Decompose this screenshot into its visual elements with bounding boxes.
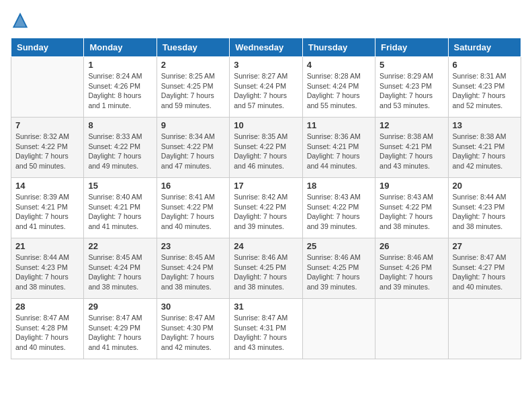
day-detail: Sunrise: 8:36 AM Sunset: 4:21 PM Dayligh…	[307, 132, 371, 171]
calendar-cell: 2Sunrise: 8:25 AM Sunset: 4:25 PM Daylig…	[157, 57, 229, 118]
day-number: 7	[15, 120, 79, 130]
day-detail: Sunrise: 8:35 AM Sunset: 4:22 PM Dayligh…	[234, 132, 298, 171]
calendar-table: SundayMondayTuesdayWednesdayThursdayFrid…	[11, 38, 521, 359]
day-number: 11	[307, 120, 371, 130]
day-number: 9	[161, 120, 225, 130]
day-detail: Sunrise: 8:47 AM Sunset: 4:31 PM Dayligh…	[234, 313, 298, 353]
day-number: 10	[234, 120, 298, 130]
calendar-cell: 5Sunrise: 8:29 AM Sunset: 4:23 PM Daylig…	[375, 57, 448, 118]
day-number: 19	[380, 181, 443, 191]
day-detail: Sunrise: 8:33 AM Sunset: 4:22 PM Dayligh…	[88, 132, 152, 171]
day-number: 20	[453, 181, 517, 191]
day-detail: Sunrise: 8:27 AM Sunset: 4:24 PM Dayligh…	[234, 71, 298, 111]
calendar-cell: 15Sunrise: 8:40 AM Sunset: 4:21 PM Dayli…	[84, 178, 157, 238]
day-number: 18	[307, 181, 371, 191]
day-detail: Sunrise: 8:41 AM Sunset: 4:22 PM Dayligh…	[161, 192, 225, 232]
week-row-5: 28Sunrise: 8:47 AM Sunset: 4:28 PM Dayli…	[11, 299, 521, 359]
calendar-cell: 10Sunrise: 8:35 AM Sunset: 4:22 PM Dayli…	[230, 118, 302, 178]
calendar-cell: 29Sunrise: 8:47 AM Sunset: 4:29 PM Dayli…	[84, 299, 157, 359]
page-header	[11, 11, 521, 30]
weekday-header-row: SundayMondayTuesdayWednesdayThursdayFrid…	[11, 38, 521, 57]
calendar-cell: 27Sunrise: 8:47 AM Sunset: 4:27 PM Dayli…	[448, 238, 521, 299]
day-detail: Sunrise: 8:43 AM Sunset: 4:22 PM Dayligh…	[380, 192, 443, 232]
day-detail: Sunrise: 8:47 AM Sunset: 4:29 PM Dayligh…	[88, 313, 152, 353]
calendar-cell: 23Sunrise: 8:45 AM Sunset: 4:24 PM Dayli…	[157, 238, 229, 299]
day-number: 25	[307, 241, 371, 251]
day-detail: Sunrise: 8:24 AM Sunset: 4:26 PM Dayligh…	[88, 71, 152, 111]
day-number: 28	[15, 302, 79, 312]
day-detail: Sunrise: 8:32 AM Sunset: 4:22 PM Dayligh…	[15, 132, 79, 171]
calendar-cell: 26Sunrise: 8:46 AM Sunset: 4:26 PM Dayli…	[375, 238, 448, 299]
logo-icon	[11, 11, 30, 30]
day-detail: Sunrise: 8:46 AM Sunset: 4:25 PM Dayligh…	[234, 253, 298, 292]
calendar-cell: 16Sunrise: 8:41 AM Sunset: 4:22 PM Dayli…	[157, 178, 229, 238]
day-number: 17	[234, 181, 298, 191]
day-detail: Sunrise: 8:38 AM Sunset: 4:21 PM Dayligh…	[453, 132, 517, 171]
day-detail: Sunrise: 8:38 AM Sunset: 4:21 PM Dayligh…	[380, 132, 443, 171]
day-detail: Sunrise: 8:46 AM Sunset: 4:25 PM Dayligh…	[307, 253, 371, 292]
day-number: 22	[88, 241, 152, 251]
day-number: 16	[161, 181, 225, 191]
week-row-4: 21Sunrise: 8:44 AM Sunset: 4:23 PM Dayli…	[11, 238, 521, 299]
day-number: 23	[161, 241, 225, 251]
calendar-cell: 13Sunrise: 8:38 AM Sunset: 4:21 PM Dayli…	[448, 118, 521, 178]
day-number: 21	[15, 241, 79, 251]
calendar-cell: 28Sunrise: 8:47 AM Sunset: 4:28 PM Dayli…	[11, 299, 84, 359]
calendar-cell: 3Sunrise: 8:27 AM Sunset: 4:24 PM Daylig…	[230, 57, 302, 118]
calendar-cell: 9Sunrise: 8:34 AM Sunset: 4:22 PM Daylig…	[157, 118, 229, 178]
day-number: 4	[307, 60, 371, 70]
day-number: 31	[234, 302, 298, 312]
day-number: 29	[88, 302, 152, 312]
calendar-cell: 20Sunrise: 8:44 AM Sunset: 4:23 PM Dayli…	[448, 178, 521, 238]
calendar-cell: 7Sunrise: 8:32 AM Sunset: 4:22 PM Daylig…	[11, 118, 84, 178]
weekday-header-friday: Friday	[375, 38, 448, 57]
day-number: 30	[161, 302, 225, 312]
day-detail: Sunrise: 8:45 AM Sunset: 4:24 PM Dayligh…	[88, 253, 152, 292]
day-detail: Sunrise: 8:34 AM Sunset: 4:22 PM Dayligh…	[161, 132, 225, 171]
day-detail: Sunrise: 8:45 AM Sunset: 4:24 PM Dayligh…	[161, 253, 225, 292]
day-number: 24	[234, 241, 298, 251]
day-number: 3	[234, 60, 298, 70]
day-number: 13	[453, 120, 517, 130]
logo	[11, 11, 32, 30]
weekday-header-tuesday: Tuesday	[157, 38, 229, 57]
calendar-cell: 11Sunrise: 8:36 AM Sunset: 4:21 PM Dayli…	[302, 118, 375, 178]
day-detail: Sunrise: 8:25 AM Sunset: 4:25 PM Dayligh…	[161, 71, 225, 111]
calendar-cell: 8Sunrise: 8:33 AM Sunset: 4:22 PM Daylig…	[84, 118, 157, 178]
day-detail: Sunrise: 8:29 AM Sunset: 4:23 PM Dayligh…	[380, 71, 443, 111]
day-detail: Sunrise: 8:47 AM Sunset: 4:27 PM Dayligh…	[453, 253, 517, 292]
day-detail: Sunrise: 8:42 AM Sunset: 4:22 PM Dayligh…	[234, 192, 298, 232]
day-number: 6	[453, 60, 517, 70]
calendar-cell: 18Sunrise: 8:43 AM Sunset: 4:22 PM Dayli…	[302, 178, 375, 238]
day-detail: Sunrise: 8:28 AM Sunset: 4:24 PM Dayligh…	[307, 71, 371, 111]
day-number: 5	[380, 60, 443, 70]
calendar-cell: 25Sunrise: 8:46 AM Sunset: 4:25 PM Dayli…	[302, 238, 375, 299]
day-detail: Sunrise: 8:31 AM Sunset: 4:23 PM Dayligh…	[453, 71, 517, 111]
weekday-header-saturday: Saturday	[448, 38, 521, 57]
calendar-cell: 6Sunrise: 8:31 AM Sunset: 4:23 PM Daylig…	[448, 57, 521, 118]
day-number: 1	[88, 60, 152, 70]
calendar-cell	[448, 299, 521, 359]
day-detail: Sunrise: 8:43 AM Sunset: 4:22 PM Dayligh…	[307, 192, 371, 232]
calendar-cell: 1Sunrise: 8:24 AM Sunset: 4:26 PM Daylig…	[84, 57, 157, 118]
day-number: 12	[380, 120, 443, 130]
calendar-cell: 4Sunrise: 8:28 AM Sunset: 4:24 PM Daylig…	[302, 57, 375, 118]
calendar-cell	[302, 299, 375, 359]
weekday-header-sunday: Sunday	[11, 38, 84, 57]
day-number: 27	[453, 241, 517, 251]
day-detail: Sunrise: 8:39 AM Sunset: 4:21 PM Dayligh…	[15, 192, 79, 232]
week-row-3: 14Sunrise: 8:39 AM Sunset: 4:21 PM Dayli…	[11, 178, 521, 238]
calendar-cell: 17Sunrise: 8:42 AM Sunset: 4:22 PM Dayli…	[230, 178, 302, 238]
day-detail: Sunrise: 8:40 AM Sunset: 4:21 PM Dayligh…	[88, 192, 152, 232]
day-detail: Sunrise: 8:47 AM Sunset: 4:28 PM Dayligh…	[15, 313, 79, 353]
calendar-cell	[11, 57, 84, 118]
week-row-2: 7Sunrise: 8:32 AM Sunset: 4:22 PM Daylig…	[11, 118, 521, 178]
day-detail: Sunrise: 8:47 AM Sunset: 4:30 PM Dayligh…	[161, 313, 225, 353]
calendar-cell: 12Sunrise: 8:38 AM Sunset: 4:21 PM Dayli…	[375, 118, 448, 178]
calendar-cell: 14Sunrise: 8:39 AM Sunset: 4:21 PM Dayli…	[11, 178, 84, 238]
weekday-header-thursday: Thursday	[302, 38, 375, 57]
weekday-header-wednesday: Wednesday	[230, 38, 302, 57]
calendar-cell: 22Sunrise: 8:45 AM Sunset: 4:24 PM Dayli…	[84, 238, 157, 299]
day-detail: Sunrise: 8:44 AM Sunset: 4:23 PM Dayligh…	[15, 253, 79, 292]
day-number: 14	[15, 181, 79, 191]
